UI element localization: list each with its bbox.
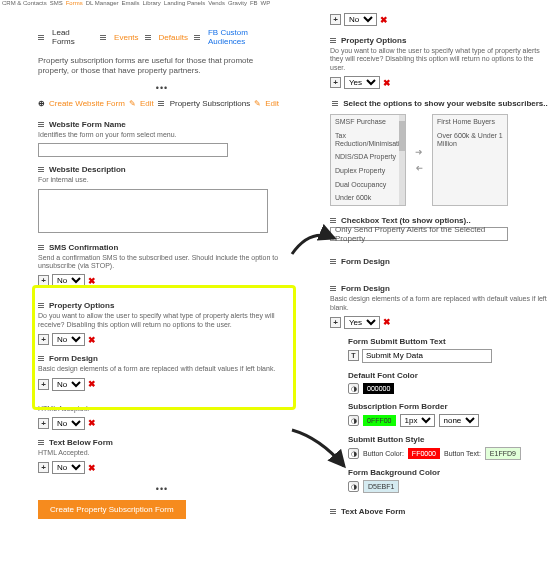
expand-button[interactable]: +: [330, 14, 341, 25]
textbelow-select[interactable]: No: [52, 461, 85, 474]
formdesign-select-r[interactable]: Yes: [344, 316, 380, 329]
list-item[interactable]: Dual Occupancy: [331, 178, 405, 192]
create-form-link[interactable]: Create Website Form: [49, 99, 125, 108]
heading-text: Form Design: [341, 257, 390, 266]
close-icon[interactable]: ✖: [383, 78, 391, 88]
nav-gravity[interactable]: Gravity: [228, 0, 247, 8]
list-item[interactable]: Tax Reduction/Minimisation: [331, 129, 405, 150]
expand-button[interactable]: +: [330, 77, 341, 88]
scrollbar-thumb[interactable]: [399, 121, 405, 151]
tab-events[interactable]: Events: [114, 33, 138, 42]
section-website-description: Website Description: [38, 165, 286, 174]
section-form-design: Form Design: [38, 354, 286, 363]
edit-link[interactable]: Edit: [140, 99, 154, 108]
intro-text: Property subscription forms are useful f…: [38, 56, 286, 77]
list-item[interactable]: Duplex Property: [331, 164, 405, 178]
list-item[interactable]: Over 1 Million: [331, 205, 405, 206]
nav-wp[interactable]: WP: [261, 0, 271, 8]
tab-defaults[interactable]: Defaults: [159, 33, 188, 42]
left-column: Lead Forms Events Defaults FB Custom Aud…: [38, 28, 286, 519]
expand-button[interactable]: +: [330, 317, 341, 328]
section-form-background-color: Form Background Color: [348, 468, 550, 477]
color-chip-button[interactable]: FF0000: [408, 448, 440, 459]
submit-text-input[interactable]: [362, 349, 492, 363]
arrow-right-icon[interactable]: ➜: [415, 147, 423, 157]
nav-fb[interactable]: FB: [250, 0, 258, 8]
heading-text: SMS Confirmation: [49, 243, 118, 252]
color-picker-icon[interactable]: ◑: [348, 481, 359, 492]
options-list-available[interactable]: SMSF Purchase Tax Reduction/Minimisation…: [330, 114, 406, 206]
option-row: + No ✖: [330, 13, 550, 26]
nav-sms[interactable]: SMS: [50, 0, 63, 8]
list-item[interactable]: NDIS/SDA Property: [331, 150, 405, 164]
color-chip-black[interactable]: 000000: [363, 383, 394, 394]
section-select-options: Select the options to show your website …: [330, 99, 550, 108]
nav-emails[interactable]: Emails: [122, 0, 140, 8]
nav-dl[interactable]: DL Manager: [86, 0, 119, 8]
propopt-select[interactable]: No: [52, 333, 85, 346]
arrow-left-icon[interactable]: ➜: [415, 163, 423, 173]
menu-icon: [38, 122, 44, 127]
option-row: + No ✖: [38, 378, 286, 391]
button-color-label: Button Color:: [363, 450, 404, 457]
color-chip-border[interactable]: 0FFF00: [363, 415, 396, 426]
generic-select[interactable]: No: [52, 417, 85, 430]
close-icon[interactable]: ✖: [88, 418, 96, 428]
html-accepted-text: HTML Accepted.: [38, 405, 286, 413]
close-icon[interactable]: ✖: [88, 379, 96, 389]
close-icon[interactable]: ✖: [88, 335, 96, 345]
option-row: + No ✖: [38, 333, 286, 346]
menu-icon: [38, 440, 44, 445]
text-icon[interactable]: T: [348, 350, 359, 361]
border-style-select[interactable]: none: [439, 414, 479, 427]
color-picker-icon[interactable]: ◑: [348, 415, 359, 426]
close-icon[interactable]: ✖: [88, 276, 96, 286]
expand-button[interactable]: +: [38, 462, 49, 473]
expand-button[interactable]: +: [38, 275, 49, 286]
nav-vends[interactable]: Vends: [208, 0, 225, 8]
option-row: + No ✖: [38, 461, 286, 474]
list-item[interactable]: SMSF Purchase: [331, 115, 405, 129]
website-description-textarea[interactable]: [38, 189, 268, 233]
list-item[interactable]: First Home Buyers: [433, 115, 507, 129]
sms-select[interactable]: No: [52, 274, 85, 287]
close-icon[interactable]: ✖: [380, 15, 388, 25]
form-tabs: Lead Forms Events Defaults FB Custom Aud…: [38, 28, 286, 46]
tab-fb-audiences[interactable]: FB Custom Audiences: [208, 28, 286, 46]
close-icon[interactable]: ✖: [383, 317, 391, 327]
nav-panels[interactable]: Landing Panels: [164, 0, 205, 8]
edit-link-2[interactable]: Edit: [265, 99, 279, 108]
color-picker-icon[interactable]: ◑: [348, 448, 359, 459]
color-chip-button-text[interactable]: E1FFD9: [485, 447, 521, 460]
section-submit-button-text: Form Submit Buttom Text: [348, 337, 550, 346]
list-item[interactable]: Under 600k: [331, 191, 405, 205]
propopt-select-r[interactable]: Yes: [344, 76, 380, 89]
heading-text: Property Options: [49, 301, 114, 310]
nav-forms[interactable]: Forms: [66, 0, 83, 8]
tab-lead-forms[interactable]: Lead Forms: [52, 28, 94, 46]
section-form-design-r2: Form Design: [330, 284, 550, 293]
expand-button[interactable]: +: [38, 334, 49, 345]
option-row: + Yes ✖: [330, 316, 550, 329]
formdesign-select[interactable]: No: [52, 378, 85, 391]
nav-crm[interactable]: CRM & Contacts: [2, 0, 47, 8]
swap-buttons: ➜ ➜: [412, 114, 426, 206]
create-subscription-form-button[interactable]: Create Property Subscription Form: [38, 500, 186, 519]
list-item[interactable]: Over 600k & Under 1 Million: [433, 129, 507, 150]
website-form-name-input[interactable]: [38, 143, 228, 157]
border-px-select[interactable]: 1px: [400, 414, 435, 427]
checkbox-text-input[interactable]: Only Send Property Alerts for the Select…: [330, 227, 508, 241]
close-icon[interactable]: ✖: [88, 463, 96, 473]
help-text: Do you want to allow the user to specify…: [330, 47, 550, 72]
color-chip-bg[interactable]: D5EBF1: [363, 480, 399, 493]
nav-library[interactable]: Library: [143, 0, 161, 8]
expand-button[interactable]: +: [38, 379, 49, 390]
heading-text: Form Design: [341, 284, 390, 293]
expand-button[interactable]: +: [38, 418, 49, 429]
color-picker-icon[interactable]: ◑: [348, 383, 359, 394]
options-list-selected[interactable]: First Home Buyers Over 600k & Under 1 Mi…: [432, 114, 508, 206]
section-text-above-form: Text Above Form: [330, 507, 550, 516]
section-sms-confirmation: SMS Confirmation: [38, 243, 286, 252]
html-accepted-text: HTML Accepted.: [38, 449, 286, 457]
top-select[interactable]: No: [344, 13, 377, 26]
